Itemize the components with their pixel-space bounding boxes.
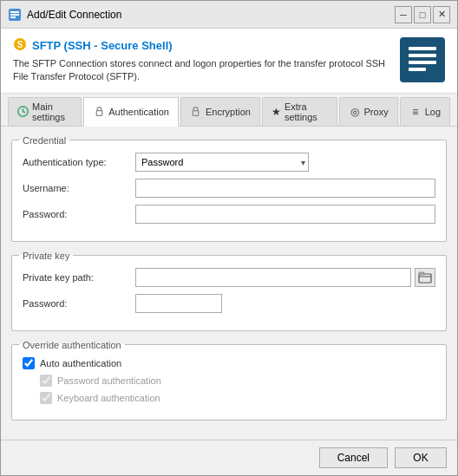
cancel-button[interactable]: Cancel: [319, 447, 388, 468]
password-auth-checkbox[interactable]: [40, 375, 52, 387]
tab-proxy-label: Proxy: [364, 107, 389, 117]
close-button[interactable]: ✕: [433, 6, 450, 23]
auth-type-select-wrapper: Password Public key Keyboard interactive…: [135, 153, 309, 172]
header-description: The SFTP Connection stores connect and l…: [13, 57, 391, 84]
svg-rect-1: [10, 11, 19, 13]
header-content: S SFTP (SSH - Secure Shell) The SFTP Con…: [13, 37, 391, 84]
svg-rect-6: [409, 47, 436, 50]
svg-rect-3: [10, 16, 16, 18]
window-controls: ─ □ ✕: [395, 6, 450, 23]
tab-proxy[interactable]: ◎ Proxy: [339, 97, 398, 126]
header-area: S SFTP (SSH - Secure Shell) The SFTP Con…: [1, 29, 457, 94]
keyboard-auth-checkbox[interactable]: [40, 392, 52, 404]
svg-rect-7: [409, 54, 436, 57]
tab-main-settings[interactable]: Main settings: [8, 97, 82, 126]
private-key-path-label: Private key path:: [23, 272, 135, 283]
password-auth-row: Password authentication: [40, 375, 435, 387]
tab-authentication-label: Authentication: [108, 107, 169, 117]
credential-section: Credential Authentication type: Password…: [11, 135, 447, 242]
password-row: Password:: [23, 205, 435, 224]
ok-button[interactable]: OK: [395, 447, 447, 468]
header-logo: [400, 37, 445, 82]
private-key-password-row: Password:: [23, 294, 435, 313]
private-key-password-label: Password:: [23, 298, 135, 309]
username-row: Username:: [23, 179, 435, 198]
window-title: Add/Edit Connection: [27, 9, 395, 21]
private-key-section: Private key Private key path:: [11, 251, 447, 331]
tab-log-label: Log: [425, 107, 441, 117]
private-key-path-control: [135, 268, 435, 287]
auto-auth-label[interactable]: Auto authentication: [40, 358, 121, 368]
extra-settings-icon: ★: [272, 106, 281, 118]
browse-button[interactable]: [415, 268, 435, 287]
encryption-icon: [190, 106, 202, 118]
main-content: Credential Authentication type: Password…: [1, 127, 457, 440]
log-icon: ≡: [409, 106, 422, 118]
minimize-button[interactable]: ─: [395, 6, 412, 23]
private-key-path-input[interactable]: [135, 268, 411, 287]
tab-extra-settings-label: Extra settings: [285, 101, 328, 122]
override-auth-section: Override authentication Auto authenticat…: [11, 340, 447, 421]
password-control: [135, 205, 435, 224]
username-input[interactable]: [135, 179, 435, 198]
tab-main-settings-label: Main settings: [32, 101, 72, 122]
tab-extra-settings[interactable]: ★ Extra settings: [262, 97, 337, 126]
auth-type-select[interactable]: Password Public key Keyboard interactive: [135, 153, 309, 172]
keyboard-auth-row: Keyboard authentication: [40, 392, 435, 404]
maximize-button[interactable]: □: [414, 6, 431, 23]
main-window: Add/Edit Connection ─ □ ✕ S SFTP (SSH - …: [0, 0, 458, 476]
svg-rect-14: [419, 272, 424, 275]
tab-authentication[interactable]: Authentication: [83, 97, 179, 127]
header-title: S SFTP (SSH - Secure Shell): [13, 37, 391, 54]
svg-rect-13: [419, 274, 431, 283]
title-bar: Add/Edit Connection ─ □ ✕: [1, 1, 457, 29]
svg-rect-9: [409, 68, 426, 71]
tab-log[interactable]: ≡ Log: [400, 97, 450, 126]
credential-legend: Credential: [19, 135, 69, 146]
svg-rect-2: [10, 14, 19, 16]
tab-bar: Main settings Authentication Encryption …: [1, 94, 457, 127]
private-key-legend: Private key: [19, 251, 73, 261]
svg-rect-11: [96, 111, 102, 116]
keyboard-auth-label: Keyboard authentication: [57, 393, 160, 403]
svg-text:S: S: [17, 40, 23, 49]
main-settings-icon: [17, 106, 29, 118]
svg-rect-8: [409, 61, 436, 64]
password-auth-label: Password authentication: [57, 375, 161, 386]
svg-rect-12: [193, 111, 200, 116]
auth-type-row: Authentication type: Password Public key…: [23, 153, 435, 172]
footer: Cancel OK: [1, 440, 457, 475]
private-key-password-input[interactable]: [135, 294, 222, 313]
tab-encryption-label: Encryption: [206, 107, 251, 117]
sftp-icon: S: [13, 37, 27, 54]
private-key-password-control: [135, 294, 435, 313]
logo-icon: [407, 42, 438, 78]
auto-auth-checkbox[interactable]: [23, 357, 35, 369]
username-label: Username:: [23, 183, 135, 193]
password-input[interactable]: [135, 205, 435, 224]
password-label: Password:: [23, 209, 135, 219]
private-key-input-row: [135, 268, 435, 287]
proxy-icon: ◎: [349, 106, 361, 118]
username-control: [135, 179, 435, 198]
auth-type-control: Password Public key Keyboard interactive…: [135, 153, 435, 172]
auto-auth-row: Auto authentication: [23, 357, 435, 369]
override-auth-legend: Override authentication: [19, 340, 125, 350]
tab-encryption[interactable]: Encryption: [180, 97, 260, 126]
private-key-path-row: Private key path:: [23, 268, 435, 287]
authentication-icon: [93, 106, 105, 118]
window-icon: [8, 8, 22, 22]
auth-type-label: Authentication type:: [23, 157, 135, 167]
